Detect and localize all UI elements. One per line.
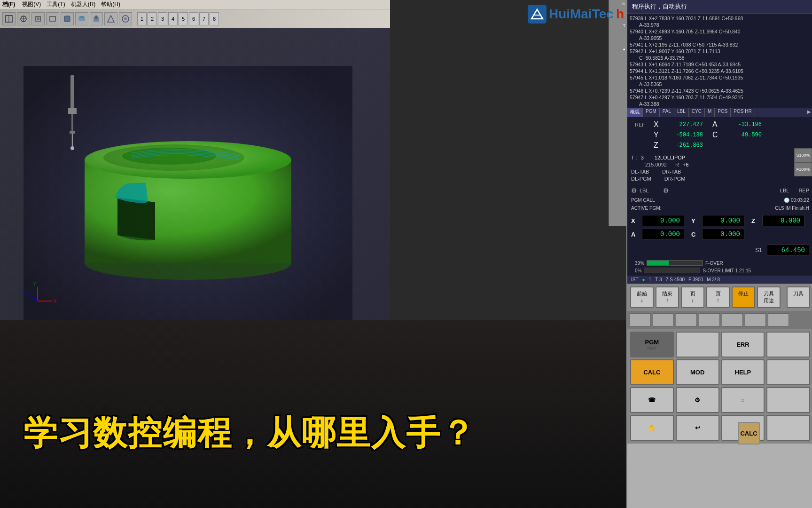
program-title: 程序执行，自动执行 [632,3,687,10]
return-key[interactable]: ↩ [676,415,719,441]
num-btn-3[interactable]: 3 [158,12,167,25]
svg-point-23 [70,146,74,150]
blank-op-btn[interactable]: 刀具 [787,286,810,308]
toolbar-icon-5[interactable] [61,12,74,25]
coord-z-val: 0.000 [762,215,804,226]
err-key[interactable]: ERR [721,332,765,357]
svg-rect-21 [70,131,75,134]
cnc-tabs[interactable]: 概观 PGM PAL LBL CYC M POS POS HR ▶ [627,108,812,117]
prog-line-3: 57940 L X+2.4893 Y-160.705 Z-11.6964 C+5… [630,28,810,35]
key-blank-1[interactable] [676,332,719,357]
rep-text: REP [798,188,809,193]
pgm-call-label: PGM CALL [631,198,655,203]
tab-m[interactable]: M [705,108,715,117]
c-key: C [712,131,722,139]
z-key: Z [654,141,663,150]
key-blank-2[interactable] [766,332,810,357]
tab-overview[interactable]: 概观 [627,108,643,117]
mod-key[interactable]: MOD [676,359,719,385]
a-value: -33.196 [726,121,762,128]
stop-btn[interactable]: 停止 [732,286,755,308]
toolbar-icon-2[interactable] [17,12,30,25]
coord-y: Y 0.000 [691,215,749,226]
end-btn[interactable]: 结束 ↑ [656,286,679,308]
num-btn-2[interactable]: 2 [148,12,157,25]
func-btn-1[interactable] [630,313,651,326]
coord-x-label: X [631,217,640,224]
f-status: F 3900 [688,277,703,282]
page-down-btn[interactable]: 页 ↓ [681,286,704,308]
num-btn-6[interactable]: 6 [189,12,198,25]
x-key: X [654,120,663,129]
menu-robot[interactable]: 机器人(R) [71,0,96,8]
page-up-btn[interactable]: 页 ↑ [706,286,730,308]
tab-lbl[interactable]: LBL [674,108,689,117]
num-btn-1[interactable]: 1 [137,12,147,25]
func-btn-4[interactable] [699,313,720,326]
gear-key[interactable]: ⚙ [676,387,719,413]
menu-view[interactable]: 视图(V) [22,0,41,8]
tool-use-btn[interactable]: 刀具 用途 [757,286,781,308]
app-name: 档(F) [2,0,15,8]
f-over-label: F-OVER [705,261,723,266]
key-blank-4[interactable] [766,387,810,413]
toolbar-icon-3[interactable] [31,12,45,25]
num-btn-5[interactable]: 5 [179,12,188,25]
toolbar-icon-1[interactable] [2,12,16,25]
s100-label: S100% [794,148,812,162]
help-key[interactable]: HELP [721,359,765,385]
func-btn-5[interactable] [722,313,743,326]
tab-cyc[interactable]: CYC [689,108,705,117]
y-value: -504.138 [668,132,703,138]
page-down-arrow: ↓ [687,297,699,303]
func-btn-2[interactable] [653,313,674,326]
prog-line-10: 57945 L X+1.018 Y-160.7062 Z-11.7344 C+5… [630,74,810,81]
tab-pgm[interactable]: PGM [643,108,660,117]
menu-tools[interactable]: 工具(T) [47,0,65,8]
tab-arrow[interactable]: ▶ [805,108,812,117]
toolbar-icon-6[interactable] [75,12,88,25]
active-pgm-name: CLS IM Finish.H [775,206,809,211]
func-btn-7[interactable] [768,313,789,326]
start-btn[interactable]: 起始 ↓ [630,286,654,308]
tab-pos[interactable]: POS [715,108,731,117]
err-label: ERR [736,341,749,348]
svg-rect-7 [64,16,70,22]
toolbar-icon-4[interactable] [46,12,59,25]
num-btn-4[interactable]: 4 [168,12,178,25]
phone-key[interactable]: ☎ [630,387,674,413]
calc-key[interactable]: CALC [630,359,674,385]
num-btn-8[interactable]: 8 [210,12,219,25]
pgm-mgt-key[interactable]: PGM MGT [630,332,674,357]
menu-key[interactable]: ≡ [721,387,765,413]
prog-line-5: 57941 L X+2.195 Z-11.7038 C+50.7115 A-33… [630,41,810,48]
toolbar-icon-8[interactable] [104,12,117,25]
phone-icon: ☎ [648,397,656,404]
mod-label: MOD [690,369,704,376]
func-btn-3[interactable] [676,313,697,326]
s1-value: 64.450 [767,245,809,256]
num-btn-7[interactable]: 7 [199,12,209,25]
mode-indicator: ● [642,277,645,282]
hand-key[interactable]: ✋ [630,415,674,441]
a-key: A [712,120,722,129]
key-blank-5[interactable] [766,415,810,441]
key-blank-3[interactable] [766,359,810,385]
toolbar-icon-7[interactable] [90,12,103,25]
toolbar-icon-9[interactable] [119,12,132,25]
tab-pal[interactable]: PAL [660,108,674,117]
calc-highlighted-btn[interactable]: CALC [738,422,760,444]
coord-x-val: 0.000 [642,215,684,226]
coord-y-val: 0.000 [702,215,744,226]
start-arrow: ↓ [636,297,648,303]
pgm-call-time: 🕐 00:03:22 [784,198,809,203]
pgm-call-row: PGM CALL 🕐 00:03:22 [627,196,812,204]
svg-text:Z: Z [23,288,25,294]
func-btn-6[interactable] [745,313,766,326]
svg-rect-12 [95,16,97,17]
scale-indicator: ● [623,47,625,52]
menu-help[interactable]: 帮助(H) [101,0,120,8]
tab-pos-hr[interactable]: POS HR [731,108,755,117]
s-over-pct: 0% [635,268,641,273]
f-over-row: 39% F-OVER [631,259,809,267]
